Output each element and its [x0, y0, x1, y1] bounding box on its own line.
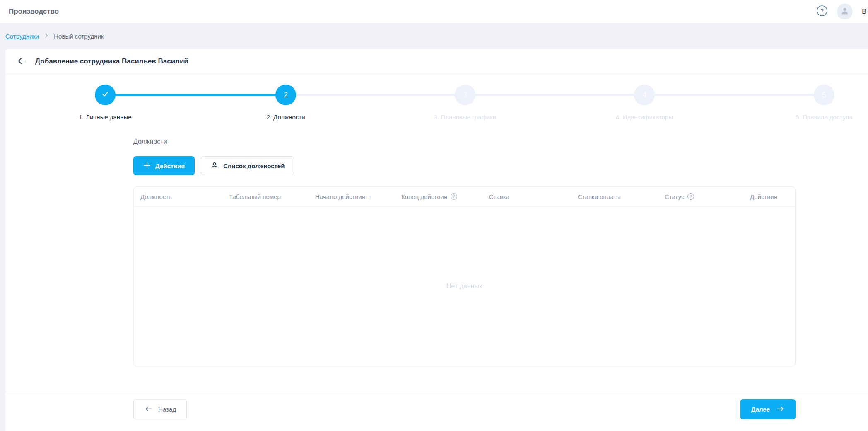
step-label: 4. Идентификаторы: [591, 114, 698, 121]
positions-list-button[interactable]: Список должностей: [201, 156, 294, 175]
back-step-button[interactable]: Назад: [133, 399, 187, 419]
step-positions[interactable]: 2 2. Должности: [232, 85, 340, 121]
step-circle-active: 2: [275, 85, 296, 105]
arrow-right-icon: [776, 404, 785, 414]
empty-state-text: Нет данных: [446, 283, 482, 290]
step-personal-data[interactable]: 1. Личные данные: [51, 85, 159, 121]
step-label: 5. Правила доступа: [770, 114, 868, 121]
step-circle-pending: 4: [634, 85, 655, 105]
breadcrumb-link-employees[interactable]: Сотрудники: [5, 33, 39, 40]
step-number: 5: [822, 91, 826, 99]
actions-button[interactable]: Действия: [133, 156, 195, 175]
user-name[interactable]: В: [862, 8, 866, 15]
step-label: 2. Должности: [232, 114, 340, 121]
help-icon[interactable]: ?: [451, 193, 457, 200]
actions-button-label: Действия: [155, 162, 185, 169]
next-step-button[interactable]: Далее: [740, 399, 796, 419]
breadcrumb: Сотрудники Новый сотрудник: [0, 24, 868, 49]
sort-ascending-icon[interactable]: ↑: [369, 193, 372, 200]
step-circle-completed: [95, 85, 116, 105]
app-window: Производство ? В Сотрудники Новый сотруд…: [0, 0, 868, 431]
person-icon: [210, 161, 219, 171]
plus-icon: [143, 162, 151, 170]
col-personnel-number: Табельный номер: [222, 193, 309, 200]
step-identifiers[interactable]: 4 4. Идентификаторы: [591, 85, 698, 121]
step-number: 4: [642, 91, 646, 99]
toolbar: Действия Список должностей: [133, 156, 796, 175]
step-number: 3: [463, 91, 467, 99]
next-step-button-label: Далее: [751, 406, 770, 413]
svg-text:?: ?: [820, 7, 824, 14]
step-content: Должности Действия Список должностей: [5, 138, 868, 366]
breadcrumb-current: Новый сотрудник: [54, 33, 104, 40]
step-circle-pending: 3: [455, 85, 475, 105]
app-title: Производство: [9, 7, 59, 16]
chevron-right-icon: [43, 33, 49, 40]
card-header: Добавление сотрудника Васильев Василий: [5, 49, 868, 74]
arrow-left-icon: [17, 56, 27, 68]
top-bar: Производство ? В: [0, 0, 868, 23]
col-rate: Ставка: [482, 193, 571, 200]
wizard-footer: Назад Далее: [5, 392, 868, 419]
back-step-button-label: Назад: [158, 406, 176, 413]
col-start-date[interactable]: Начало действия ↑: [309, 193, 395, 200]
col-pay-rate: Ставка оплаты: [571, 193, 658, 200]
person-icon: [840, 6, 849, 17]
section-title: Должности: [133, 138, 796, 145]
main-card: Добавление сотрудника Васильев Василий 1…: [5, 49, 868, 431]
positions-list-button-label: Список должностей: [223, 162, 285, 169]
col-status: Статус ?: [658, 193, 743, 200]
step-circle-pending: 5: [814, 85, 834, 105]
step-label: 1. Личные данные: [51, 114, 159, 121]
wizard-stepper: 1. Личные данные 2 2. Должности 3 3. Пла…: [5, 74, 868, 126]
col-position: Должность: [134, 193, 222, 200]
step-label: 3. Плановые графики: [411, 114, 519, 121]
back-button[interactable]: [17, 56, 27, 68]
table-body-empty: Нет данных: [134, 206, 795, 366]
col-end-date: Конец действия ?: [395, 193, 482, 200]
table-header: Должность Табельный номер Начало действи…: [134, 187, 795, 206]
user-avatar[interactable]: [837, 4, 853, 19]
help-icon[interactable]: ?: [687, 193, 694, 200]
question-circle-icon: ?: [816, 5, 828, 18]
step-planned-schedules[interactable]: 3 3. Плановые графики: [411, 85, 519, 121]
topbar-right: ? В: [816, 4, 866, 19]
step-number: 2: [284, 91, 288, 99]
arrow-left-icon: [144, 404, 153, 414]
page-title: Добавление сотрудника Васильев Василий: [35, 57, 188, 65]
col-actions: Действия: [743, 193, 795, 200]
positions-table: Должность Табельный номер Начало действи…: [133, 186, 796, 366]
step-access-rules[interactable]: 5 5. Правила доступа: [770, 85, 868, 121]
check-icon: [101, 90, 109, 100]
help-button[interactable]: ?: [816, 6, 828, 17]
